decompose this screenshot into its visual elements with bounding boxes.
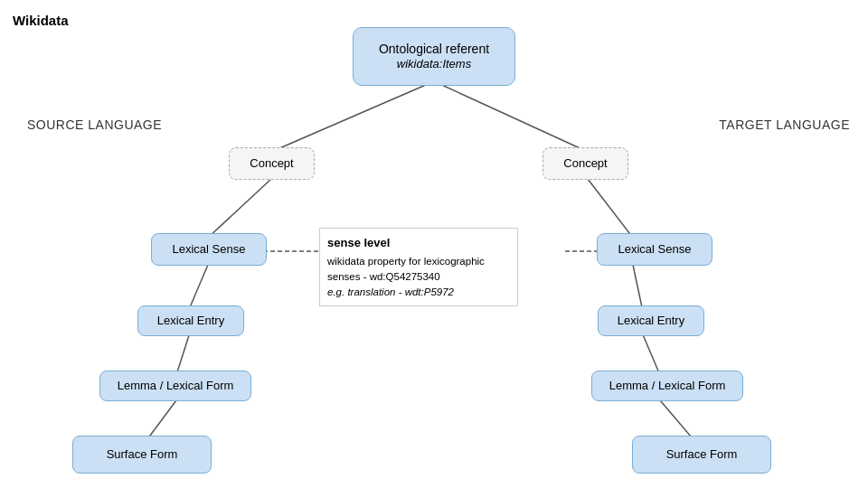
source-language-label: SOURCE LANGUAGE: [27, 117, 162, 132]
surface-form-left-label: Surface Form: [107, 447, 178, 463]
svg-line-2: [208, 179, 271, 238]
concept-left-label: Concept: [250, 156, 293, 172]
wikidata-label: Wikidata: [13, 13, 69, 28]
sense-popup: sense level wikidata property for lexico…: [319, 228, 518, 306]
lemma-right-label: Lemma / Lexical Form: [609, 379, 726, 394]
lemma-left-label: Lemma / Lexical Form: [118, 379, 234, 394]
svg-line-7: [633, 265, 642, 307]
lexical-sense-right-node: Lexical Sense: [597, 233, 712, 266]
sense-line3: e.g. translation - wdt:P5972: [327, 286, 454, 297]
ontological-referent-line1: Ontological referent: [379, 41, 489, 57]
target-language-label: TARGET LANGUAGE: [719, 117, 850, 132]
lexical-entry-right-node: Lexical Entry: [598, 305, 704, 336]
concept-right-node: Concept: [542, 147, 628, 180]
svg-line-6: [190, 265, 208, 307]
concept-right-label: Concept: [563, 156, 607, 172]
surface-form-left-node: Surface Form: [72, 436, 212, 474]
lemma-left-node: Lemma / Lexical Form: [99, 371, 251, 401]
ontological-referent-node: Ontological referent wikidata:Items: [353, 27, 515, 86]
lexical-entry-left-label: Lexical Entry: [157, 314, 224, 329]
sense-line1: wikidata property for lexicographic: [327, 256, 485, 267]
lexical-entry-right-label: Lexical Entry: [618, 314, 684, 329]
lexical-entry-left-node: Lexical Entry: [137, 305, 244, 336]
surface-form-right-label: Surface Form: [666, 447, 738, 463]
svg-line-3: [588, 179, 633, 238]
svg-line-9: [642, 333, 660, 375]
ontological-referent-line2: wikidata:Items: [397, 57, 471, 72]
sense-line2: senses - wd:Q54275340: [327, 271, 440, 282]
lexical-sense-left-node: Lexical Sense: [151, 233, 267, 266]
svg-line-1: [434, 81, 588, 152]
svg-line-0: [271, 81, 434, 152]
lexical-sense-right-label: Lexical Sense: [618, 242, 692, 258]
svg-line-8: [176, 333, 190, 375]
concept-left-node: Concept: [229, 147, 315, 180]
lemma-right-node: Lemma / Lexical Form: [591, 371, 743, 401]
lexical-sense-left-label: Lexical Sense: [173, 242, 246, 258]
sense-title: sense level: [327, 234, 510, 252]
surface-form-right-node: Surface Form: [632, 436, 771, 474]
